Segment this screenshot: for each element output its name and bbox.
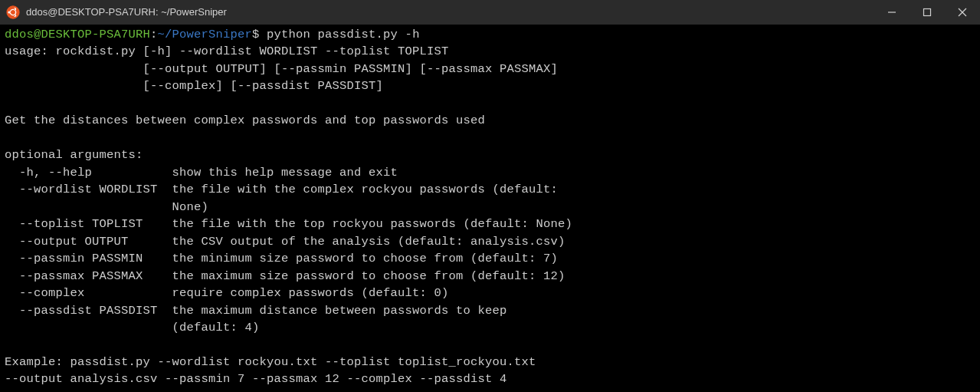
prompt-path: ~/PowerSniper [158,28,253,41]
output-line: (default: 4) [5,321,260,334]
maximize-button[interactable] [910,0,945,25]
window-title: ddos@DESKTOP-PSA7URH: ~/PowerSniper [26,5,874,20]
prompt-command: python passdist.py -h [260,28,420,41]
window-controls [874,0,980,25]
output-line: --passdist PASSDIST the maximum distance… [5,304,507,318]
output-line: None) [5,200,208,214]
prompt-user-host: ddos@DESKTOP-PSA7URH [5,28,150,41]
svg-point-2 [8,11,10,13]
prompt-dollar: $ [252,28,260,41]
output-line: --output analysis.csv --passmin 7 --pass… [5,372,507,386]
output-line: Example: passdist.py --wordlist rockyou.… [5,355,536,369]
output-line: optional arguments: [5,148,143,162]
output-line: -h, --help show this help message and ex… [5,166,398,180]
output-line: --passmin PASSMIN the minimum size passw… [5,252,558,265]
minimize-button[interactable] [874,0,910,25]
svg-rect-5 [11,12,11,12]
output-line: --output OUTPUT the CSV output of the an… [5,235,565,249]
output-line: Get the distances between complex passwo… [5,114,485,127]
output-line: [--output OUTPUT] [--passmin PASSMIN] [-… [5,62,558,76]
output-line: --complex require complex passwords (def… [5,286,449,300]
ubuntu-icon [6,5,20,19]
prompt-colon: : [150,28,158,41]
output-line: usage: rockdist.py [-h] --wordlist WORDL… [5,44,449,58]
output-line: --toplist TOPLIST the file with the top … [5,217,572,231]
close-button[interactable] [945,0,980,25]
terminal-content[interactable]: ddos@DESKTOP-PSA7URH:~/PowerSniper$ pyth… [0,25,980,390]
svg-rect-9 [924,9,931,16]
output-line: --wordlist WORDLIST the file with the co… [5,183,558,196]
window-titlebar: ddos@DESKTOP-PSA7URH: ~/PowerSniper [0,0,980,25]
output-line: --passmax PASSMAX the maximum size passw… [5,269,565,283]
output-line: [--complex] [--passdist PASSDIST] [5,79,383,93]
